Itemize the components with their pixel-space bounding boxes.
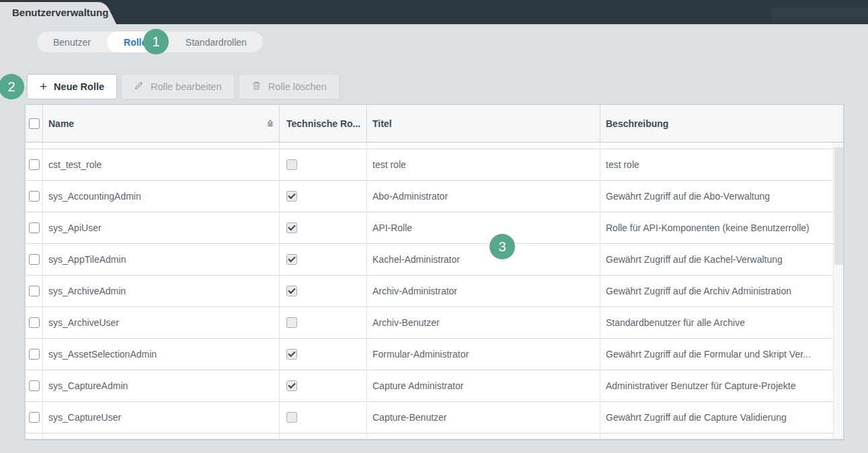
delete-role-button[interactable]: Rolle löschen xyxy=(239,74,340,99)
window-tab-title: Benutzerverwaltung xyxy=(12,7,108,18)
technical-role-checkbox xyxy=(286,380,297,391)
trash-icon xyxy=(251,81,262,93)
partial-row-top xyxy=(26,142,833,149)
tab-benutzer[interactable]: Benutzer xyxy=(37,32,107,52)
pencil-icon xyxy=(134,81,144,93)
role-name: sys_AccountingAdmin xyxy=(43,181,280,212)
role-title: test role xyxy=(367,149,600,180)
role-name: sys_AppTileAdmin xyxy=(43,244,280,275)
role-description: Administrativer Benutzer für Capture-Pro… xyxy=(600,370,833,401)
table-row[interactable]: sys_CaptureAdmin Capture Administrator A… xyxy=(26,370,833,402)
role-title: Archiv-Benutzer xyxy=(367,307,600,338)
window-tab-benutzerverwaltung[interactable]: Benutzerverwaltung xyxy=(0,2,102,24)
top-bar: Benutzerverwaltung xyxy=(0,0,868,24)
sort-ascending-icon[interactable] xyxy=(266,118,274,129)
role-name: cst_test_role xyxy=(43,149,280,180)
role-description: test role xyxy=(600,149,833,180)
new-role-button[interactable]: + Neue Rolle xyxy=(27,74,117,99)
roles-table: Name Technische Ro... Titel Beschreibung… xyxy=(25,104,844,440)
table-row[interactable]: sys_AccountingAdmin Abo-Administrator Ge… xyxy=(26,181,833,212)
row-checkbox[interactable] xyxy=(29,412,40,423)
role-title: Capture Administrator xyxy=(367,370,600,401)
role-name: sys_ArchiveAdmin xyxy=(43,276,280,306)
annotation-badge-1: 1 xyxy=(143,29,169,54)
role-description: Gewährt Zugriff auf die Abo-Verwaltung xyxy=(600,181,833,212)
role-description: Gewährt Zugriff auf die Kachel-Verwaltun… xyxy=(600,244,833,275)
technical-role-checkbox xyxy=(286,254,297,265)
topbar-shaded-area xyxy=(771,7,868,21)
table-row[interactable]: sys_AssetSelectionAdmin Formular-Adminis… xyxy=(26,339,833,370)
role-title: API-Rolle xyxy=(367,212,600,243)
role-description: Gewährt Zugriff auf die Capture Validier… xyxy=(600,402,833,433)
technical-role-checkbox xyxy=(286,191,297,202)
role-name: sys_ApiUser xyxy=(43,212,280,243)
technical-role-checkbox xyxy=(286,222,297,233)
table-row[interactable]: sys_CaptureUser Capture-Benutzer Gewährt… xyxy=(26,402,833,434)
delete-role-label: Rolle löschen xyxy=(268,81,327,92)
technical-role-checkbox xyxy=(286,317,297,328)
annotation-badge-2: 2 xyxy=(0,74,24,99)
annotation-badge-3: 3 xyxy=(489,234,515,259)
table-header: Name Technische Ro... Titel Beschreibung xyxy=(26,105,843,142)
technical-role-checkbox xyxy=(286,159,297,170)
table-body: cst_test_role test role test role sys_Ac… xyxy=(26,142,833,439)
role-title: Abo-Administrator xyxy=(367,181,600,212)
column-header-titel[interactable]: Titel xyxy=(367,105,600,142)
role-description: Rolle für API-Komponenten (keine Benutze… xyxy=(600,212,833,243)
table-row[interactable]: sys_AppTileAdmin Kachel-Administrator Ge… xyxy=(26,244,833,276)
column-header-name[interactable]: Name xyxy=(43,105,280,142)
row-checkbox[interactable] xyxy=(29,349,40,360)
edit-role-button[interactable]: Rolle bearbeiten xyxy=(121,74,235,99)
new-role-label: Neue Rolle xyxy=(54,81,104,92)
partial-row-bottom xyxy=(26,434,833,439)
role-title: Formular-Administrator xyxy=(367,339,600,370)
table-row[interactable]: sys_ApiUser API-Rolle Rolle für API-Komp… xyxy=(26,212,833,244)
technical-role-checkbox xyxy=(286,349,297,360)
row-checkbox[interactable] xyxy=(29,286,40,296)
scrollbar-thumb[interactable] xyxy=(834,147,843,265)
row-checkbox[interactable] xyxy=(29,159,40,170)
role-title: Archiv-Administrator xyxy=(367,276,600,306)
role-name: sys_ArchiveUser xyxy=(43,307,280,338)
technical-role-checkbox xyxy=(286,412,297,423)
column-header-technische-rolle[interactable]: Technische Ro... xyxy=(280,105,367,142)
role-description: Standardbenutzer für alle Archive xyxy=(600,307,833,338)
edit-role-label: Rolle bearbeiten xyxy=(151,81,222,92)
table-row[interactable]: cst_test_role test role test role xyxy=(26,149,833,181)
role-description: Gewährt Zugriff auf die Formular und Skr… xyxy=(600,339,833,370)
roles-toolbar: + Neue Rolle Rolle bearbeiten Rolle lösc… xyxy=(27,74,340,99)
row-checkbox[interactable] xyxy=(29,222,40,233)
role-name: sys_AssetSelectionAdmin xyxy=(43,339,280,370)
row-checkbox[interactable] xyxy=(29,380,40,391)
role-description: Gewährt Zugriff auf die Archiv Administr… xyxy=(600,276,833,306)
tab-standardrollen[interactable]: Standardrollen xyxy=(169,32,263,52)
vertical-scrollbar[interactable] xyxy=(833,142,843,439)
plus-icon: + xyxy=(40,80,47,93)
role-title: Kachel-Administrator xyxy=(367,244,600,275)
row-checkbox[interactable] xyxy=(29,191,40,202)
select-all-checkbox[interactable] xyxy=(29,118,40,129)
role-name: sys_CaptureAdmin xyxy=(43,370,280,401)
column-header-beschreibung[interactable]: Beschreibung xyxy=(600,105,843,142)
technical-role-checkbox xyxy=(286,286,297,296)
role-name: sys_CaptureUser xyxy=(43,402,280,433)
row-checkbox[interactable] xyxy=(29,317,40,328)
role-title: Capture-Benutzer xyxy=(367,402,600,433)
row-checkbox[interactable] xyxy=(29,254,40,265)
table-row[interactable]: sys_ArchiveAdmin Archiv-Administrator Ge… xyxy=(26,276,833,307)
table-row[interactable]: sys_ArchiveUser Archiv-Benutzer Standard… xyxy=(26,307,833,339)
